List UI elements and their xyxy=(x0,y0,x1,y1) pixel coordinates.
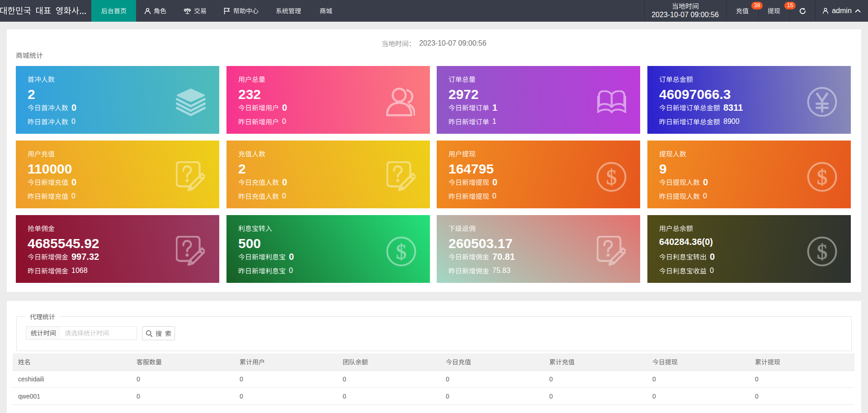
svg-text:$: $ xyxy=(396,240,407,263)
svg-text:$: $ xyxy=(817,240,828,263)
svg-text:$: $ xyxy=(817,165,828,189)
svg-text:$: $ xyxy=(606,165,617,189)
